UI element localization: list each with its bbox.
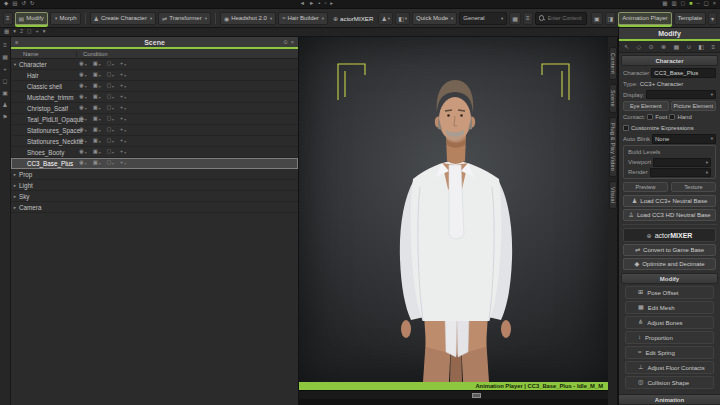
autoblink-select[interactable]: None ▾ (652, 134, 716, 144)
add-dock-icon[interactable]: + (3, 66, 7, 72)
status-icon[interactable]: ■ (689, 1, 692, 7)
count-badge[interactable]: 2 (20, 29, 23, 35)
add-icon[interactable]: +▾ (120, 61, 126, 66)
add-icon[interactable]: +▾ (120, 127, 126, 132)
add-icon[interactable]: +▾ (120, 116, 126, 121)
rewind-icon[interactable]: ◄ (300, 1, 305, 7)
light-gizmo-left[interactable] (338, 64, 365, 100)
play-icon[interactable]: ► (309, 1, 314, 7)
lock-icon[interactable]: ◻▾ (107, 127, 114, 132)
tab-visual[interactable]: Visual (609, 181, 617, 209)
minimize-icon[interactable]: – (697, 1, 700, 7)
activate-icon[interactable]: ▣▾ (93, 160, 101, 165)
expand-toggle[interactable]: ▸ (11, 194, 19, 199)
scene-row-prop[interactable]: ▸Prop (11, 169, 298, 180)
scene-row-character[interactable]: ▾Character◉▾▣▾◻▾+▾ (11, 59, 298, 70)
pose-offset-button[interactable]: ⊞Pose Offset (625, 286, 714, 299)
add-icon[interactable]: +▾ (120, 149, 126, 154)
workspace-icon[interactable]: ◻ (681, 1, 686, 7)
modify-mode-button[interactable]: ▤Modify (15, 12, 48, 25)
more-tools-icon[interactable]: ▾ (708, 12, 717, 25)
avatar-dock-icon[interactable]: ♟ (2, 102, 7, 108)
select-dock-icon[interactable]: ◻ (3, 78, 8, 84)
visibility-icon[interactable]: ◉▾ (79, 116, 87, 121)
animation-player-button[interactable]: Animation Player (618, 12, 671, 25)
pivot-tool-icon[interactable]: ⊙ (649, 44, 654, 50)
character-name-field[interactable]: CC3_Base_Plus (651, 68, 716, 78)
scene-menu-icon[interactable]: ≡ (15, 39, 18, 45)
viewport-layout-icon[interactable]: ▦ (4, 29, 9, 35)
convert-game-base-button[interactable]: ⇄Convert to Game Base (623, 244, 716, 256)
mesh-tool-icon[interactable]: ▦ (673, 44, 679, 50)
pin-panel-icon[interactable]: ⊙ (283, 39, 288, 45)
flag-dock-icon[interactable]: ⚑ (2, 114, 7, 120)
scene-row-christop-scalf[interactable]: Christop_Scalf◉▾▣▾◻▾+▾ (11, 103, 298, 114)
redo-icon[interactable]: ↻ (30, 1, 35, 7)
scene-row-camera[interactable]: ▸Camera (11, 202, 298, 213)
visibility-icon[interactable]: ◉▾ (79, 83, 87, 88)
lock-icon[interactable]: ◻▾ (107, 72, 114, 77)
lock-icon[interactable]: ◻▾ (107, 149, 114, 154)
expand-toggle[interactable]: ▸ (11, 205, 19, 210)
step-forward-icon[interactable]: ▸ (330, 1, 333, 7)
picture-element-button[interactable]: Picture Element (671, 101, 717, 111)
hand-checkbox[interactable]: Hand (669, 114, 691, 120)
column-name[interactable]: Name (11, 51, 77, 57)
timeline-handle[interactable] (472, 393, 481, 398)
load-hd-neutral-base-button[interactable]: ♙Load CC3 HD Neutral Base (623, 209, 716, 221)
close-panel-icon[interactable]: × (291, 39, 294, 45)
template-button[interactable]: Template (674, 12, 706, 25)
layout-dropdown-icon[interactable]: ▾ (13, 29, 16, 35)
activate-icon[interactable]: ▣▾ (93, 83, 101, 88)
visibility-icon[interactable]: ◉▾ (79, 94, 87, 99)
expressions-checkbox[interactable] (623, 125, 629, 131)
eye-element-button[interactable]: Eye Element (623, 101, 669, 111)
collision-shape-button[interactable]: ◎Collision Shape (625, 376, 714, 389)
record-icon[interactable]: ▫ (324, 1, 326, 7)
scene-row-sky[interactable]: ▸Sky (11, 191, 298, 202)
menu-icon[interactable]: ▤ (12, 1, 17, 7)
add-icon[interactable]: +▾ (120, 160, 126, 165)
dock-menu-icon[interactable]: ≡ (3, 42, 7, 48)
category-select[interactable]: General▾ (459, 12, 507, 25)
gizmo-tool-icon[interactable]: ◇ (636, 44, 641, 50)
section-character[interactable]: Character (621, 55, 718, 66)
visibility-icon[interactable]: ◉▾ (79, 127, 87, 132)
light-gizmo-right[interactable] (542, 64, 569, 100)
expand-toggle[interactable]: ▸ (11, 172, 19, 177)
scene-row-teal-pldltl-opaque[interactable]: Teal_PldLtl_Opaque◉▾▣▾◻▾+▾ (11, 114, 298, 125)
lock-icon[interactable]: ◻▾ (107, 116, 114, 121)
adjust-floor-contacts-button[interactable]: ⊥Adjust Floor Contacts (625, 361, 714, 374)
load-neutral-base-button[interactable]: ♟Load CC3+ Neutral Base (623, 195, 716, 207)
expand-toggle[interactable]: ▸ (11, 183, 19, 188)
scene-row-stationures-spacer[interactable]: Stationures_Spacer◉▾▣▾◻▾+▾ (11, 125, 298, 136)
visibility-icon[interactable]: ◉▾ (79, 149, 87, 154)
activate-icon[interactable]: ▣▾ (93, 138, 101, 143)
thumbnail-view-icon[interactable]: ▦ (509, 12, 521, 25)
stop-icon[interactable]: ▪ (318, 1, 320, 7)
edit-mesh-button[interactable]: ▦Edit Mesh (625, 301, 714, 314)
dock-icon[interactable]: ▣ (591, 12, 603, 25)
viewport-subdiv-select[interactable]: ▾ (653, 158, 711, 167)
scene-row-classic-shell[interactable]: Classic shell◉▾▣▾◻▾+▾ (11, 81, 298, 92)
snap-tool-icon[interactable]: ⊗ (661, 44, 666, 50)
scene-row-stationures-necktie[interactable]: Stationures_Necktie◉▾▣▾◻▾+▾ (11, 136, 298, 147)
panel-menu-icon[interactable]: ≡ (711, 44, 715, 50)
activate-icon[interactable]: ▣▾ (93, 61, 101, 66)
headshot-button[interactable]: ◉Headshot 2.0▾ (220, 12, 276, 25)
tab-plug-play-video[interactable]: Plug & Play Video (609, 117, 617, 177)
character-model[interactable] (400, 80, 512, 382)
add-icon[interactable]: +▾ (120, 72, 126, 77)
create-character-button[interactable]: ♟Create Character▾ (90, 12, 157, 25)
undo-icon[interactable]: ↺ (21, 1, 26, 7)
maximize-icon[interactable]: ▢ (704, 1, 709, 7)
activate-icon[interactable]: ▣▾ (93, 116, 101, 121)
foot-checkbox[interactable]: Foot (647, 114, 667, 120)
visibility-icon[interactable]: ◉▾ (79, 160, 87, 165)
add-icon[interactable]: +▾ (120, 105, 126, 110)
activate-icon[interactable]: ▣▾ (93, 127, 101, 132)
activate-icon[interactable]: ▣▾ (93, 72, 101, 77)
add-icon[interactable]: +▾ (120, 83, 126, 88)
morph-mode-button[interactable]: ◑Morph (50, 12, 81, 25)
activate-icon[interactable]: ▣▾ (93, 149, 101, 154)
